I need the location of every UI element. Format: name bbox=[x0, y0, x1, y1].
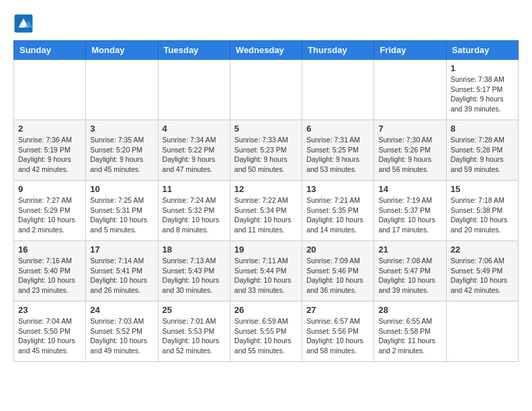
calendar-cell bbox=[230, 60, 302, 120]
calendar-cell: 10Sunrise: 7:25 AM Sunset: 5:31 PM Dayli… bbox=[86, 181, 158, 241]
calendar-cell: 19Sunrise: 7:11 AM Sunset: 5:44 PM Dayli… bbox=[230, 241, 302, 302]
day-info: Sunrise: 7:27 AM Sunset: 5:29 PM Dayligh… bbox=[18, 195, 81, 235]
day-info: Sunrise: 6:57 AM Sunset: 5:56 PM Dayligh… bbox=[306, 316, 369, 356]
day-info: Sunrise: 7:33 AM Sunset: 5:23 PM Dayligh… bbox=[234, 135, 298, 175]
page-header bbox=[13, 13, 519, 34]
column-header-tuesday: Tuesday bbox=[158, 41, 230, 60]
day-info: Sunrise: 7:21 AM Sunset: 5:35 PM Dayligh… bbox=[306, 195, 369, 235]
calendar-week-4: 16Sunrise: 7:16 AM Sunset: 5:40 PM Dayli… bbox=[14, 241, 519, 302]
day-info: Sunrise: 7:13 AM Sunset: 5:43 PM Dayligh… bbox=[163, 256, 226, 295]
day-number: 1 bbox=[451, 63, 514, 73]
day-info: Sunrise: 7:01 AM Sunset: 5:53 PM Dayligh… bbox=[163, 316, 226, 356]
logo bbox=[13, 13, 36, 34]
calendar-cell: 2Sunrise: 7:36 AM Sunset: 5:19 PM Daylig… bbox=[14, 120, 86, 181]
day-number: 24 bbox=[90, 305, 153, 315]
calendar-cell: 27Sunrise: 6:57 AM Sunset: 5:56 PM Dayli… bbox=[302, 302, 374, 362]
calendar-cell: 6Sunrise: 7:31 AM Sunset: 5:25 PM Daylig… bbox=[302, 120, 374, 181]
day-number: 9 bbox=[18, 184, 81, 194]
day-number: 28 bbox=[378, 305, 441, 315]
calendar-cell: 7Sunrise: 7:30 AM Sunset: 5:26 PM Daylig… bbox=[374, 120, 446, 181]
day-info: Sunrise: 7:31 AM Sunset: 5:25 PM Dayligh… bbox=[306, 135, 369, 175]
day-info: Sunrise: 7:04 AM Sunset: 5:50 PM Dayligh… bbox=[18, 316, 81, 356]
calendar-header-row: SundayMondayTuesdayWednesdayThursdayFrid… bbox=[14, 41, 519, 60]
calendar-table: SundayMondayTuesdayWednesdayThursdayFrid… bbox=[13, 40, 519, 362]
day-number: 22 bbox=[451, 244, 514, 255]
calendar-cell: 9Sunrise: 7:27 AM Sunset: 5:29 PM Daylig… bbox=[14, 181, 86, 241]
day-info: Sunrise: 7:14 AM Sunset: 5:41 PM Dayligh… bbox=[90, 256, 153, 295]
calendar-cell bbox=[374, 60, 446, 120]
calendar-week-1: 1Sunrise: 7:38 AM Sunset: 5:17 PM Daylig… bbox=[14, 60, 519, 120]
day-number: 12 bbox=[234, 184, 298, 194]
calendar-cell: 15Sunrise: 7:18 AM Sunset: 5:38 PM Dayli… bbox=[446, 181, 518, 241]
day-number: 5 bbox=[234, 124, 298, 134]
day-number: 19 bbox=[234, 244, 298, 255]
column-header-sunday: Sunday bbox=[14, 41, 86, 60]
day-number: 17 bbox=[90, 244, 153, 255]
calendar-cell: 3Sunrise: 7:35 AM Sunset: 5:20 PM Daylig… bbox=[86, 120, 158, 181]
column-header-thursday: Thursday bbox=[302, 41, 374, 60]
calendar-header: SundayMondayTuesdayWednesdayThursdayFrid… bbox=[14, 41, 519, 60]
day-number: 4 bbox=[163, 124, 226, 134]
day-number: 3 bbox=[90, 124, 153, 134]
calendar-cell: 13Sunrise: 7:21 AM Sunset: 5:35 PM Dayli… bbox=[302, 181, 374, 241]
day-number: 18 bbox=[163, 244, 226, 255]
day-number: 2 bbox=[18, 124, 81, 134]
day-number: 23 bbox=[18, 305, 81, 315]
day-info: Sunrise: 7:28 AM Sunset: 5:28 PM Dayligh… bbox=[451, 135, 514, 175]
calendar-cell: 20Sunrise: 7:09 AM Sunset: 5:46 PM Dayli… bbox=[302, 241, 374, 302]
calendar-cell: 8Sunrise: 7:28 AM Sunset: 5:28 PM Daylig… bbox=[446, 120, 518, 181]
calendar-cell bbox=[14, 60, 86, 120]
day-number: 20 bbox=[306, 244, 369, 255]
column-header-monday: Monday bbox=[86, 41, 158, 60]
day-info: Sunrise: 7:36 AM Sunset: 5:19 PM Dayligh… bbox=[18, 135, 81, 175]
day-number: 11 bbox=[163, 184, 226, 194]
calendar-body: 1Sunrise: 7:38 AM Sunset: 5:17 PM Daylig… bbox=[14, 60, 519, 362]
calendar-cell: 16Sunrise: 7:16 AM Sunset: 5:40 PM Dayli… bbox=[14, 241, 86, 302]
day-info: Sunrise: 7:25 AM Sunset: 5:31 PM Dayligh… bbox=[90, 195, 153, 235]
calendar-cell: 11Sunrise: 7:24 AM Sunset: 5:32 PM Dayli… bbox=[158, 181, 230, 241]
day-info: Sunrise: 7:19 AM Sunset: 5:37 PM Dayligh… bbox=[378, 195, 441, 235]
day-info: Sunrise: 7:35 AM Sunset: 5:20 PM Dayligh… bbox=[90, 135, 153, 175]
calendar-cell bbox=[86, 60, 158, 120]
calendar-cell: 26Sunrise: 6:59 AM Sunset: 5:55 PM Dayli… bbox=[230, 302, 302, 362]
day-info: Sunrise: 7:22 AM Sunset: 5:34 PM Dayligh… bbox=[234, 195, 298, 235]
day-number: 7 bbox=[378, 124, 441, 134]
day-number: 27 bbox=[306, 305, 369, 315]
day-info: Sunrise: 7:11 AM Sunset: 5:44 PM Dayligh… bbox=[234, 256, 298, 295]
day-info: Sunrise: 6:59 AM Sunset: 5:55 PM Dayligh… bbox=[234, 316, 298, 356]
day-info: Sunrise: 6:55 AM Sunset: 5:58 PM Dayligh… bbox=[378, 316, 441, 356]
calendar-cell: 18Sunrise: 7:13 AM Sunset: 5:43 PM Dayli… bbox=[158, 241, 230, 302]
day-info: Sunrise: 7:09 AM Sunset: 5:46 PM Dayligh… bbox=[306, 256, 369, 295]
day-info: Sunrise: 7:38 AM Sunset: 5:17 PM Dayligh… bbox=[451, 75, 514, 114]
calendar-week-3: 9Sunrise: 7:27 AM Sunset: 5:29 PM Daylig… bbox=[14, 181, 519, 241]
logo-icon bbox=[13, 13, 34, 34]
column-header-friday: Friday bbox=[374, 41, 446, 60]
day-info: Sunrise: 7:34 AM Sunset: 5:22 PM Dayligh… bbox=[163, 135, 226, 175]
calendar-week-5: 23Sunrise: 7:04 AM Sunset: 5:50 PM Dayli… bbox=[14, 302, 519, 362]
column-header-wednesday: Wednesday bbox=[230, 41, 302, 60]
day-number: 6 bbox=[306, 124, 369, 134]
calendar-cell: 22Sunrise: 7:06 AM Sunset: 5:49 PM Dayli… bbox=[446, 241, 518, 302]
calendar-cell: 28Sunrise: 6:55 AM Sunset: 5:58 PM Dayli… bbox=[374, 302, 446, 362]
calendar-cell bbox=[302, 60, 374, 120]
day-info: Sunrise: 7:24 AM Sunset: 5:32 PM Dayligh… bbox=[163, 195, 226, 235]
calendar-week-2: 2Sunrise: 7:36 AM Sunset: 5:19 PM Daylig… bbox=[14, 120, 519, 181]
day-number: 13 bbox=[306, 184, 369, 194]
calendar-cell: 17Sunrise: 7:14 AM Sunset: 5:41 PM Dayli… bbox=[86, 241, 158, 302]
day-number: 26 bbox=[234, 305, 298, 315]
day-number: 16 bbox=[18, 244, 81, 255]
day-number: 14 bbox=[378, 184, 441, 194]
calendar-cell: 25Sunrise: 7:01 AM Sunset: 5:53 PM Dayli… bbox=[158, 302, 230, 362]
day-info: Sunrise: 7:03 AM Sunset: 5:52 PM Dayligh… bbox=[90, 316, 153, 356]
calendar-cell: 23Sunrise: 7:04 AM Sunset: 5:50 PM Dayli… bbox=[14, 302, 86, 362]
calendar-cell: 14Sunrise: 7:19 AM Sunset: 5:37 PM Dayli… bbox=[374, 181, 446, 241]
calendar-cell: 21Sunrise: 7:08 AM Sunset: 5:47 PM Dayli… bbox=[374, 241, 446, 302]
day-info: Sunrise: 7:08 AM Sunset: 5:47 PM Dayligh… bbox=[378, 256, 441, 295]
calendar-cell bbox=[446, 302, 518, 362]
day-number: 15 bbox=[451, 184, 514, 194]
calendar-cell: 5Sunrise: 7:33 AM Sunset: 5:23 PM Daylig… bbox=[230, 120, 302, 181]
day-info: Sunrise: 7:16 AM Sunset: 5:40 PM Dayligh… bbox=[18, 256, 81, 295]
calendar-cell bbox=[158, 60, 230, 120]
day-number: 8 bbox=[451, 124, 514, 134]
day-info: Sunrise: 7:06 AM Sunset: 5:49 PM Dayligh… bbox=[451, 256, 514, 295]
